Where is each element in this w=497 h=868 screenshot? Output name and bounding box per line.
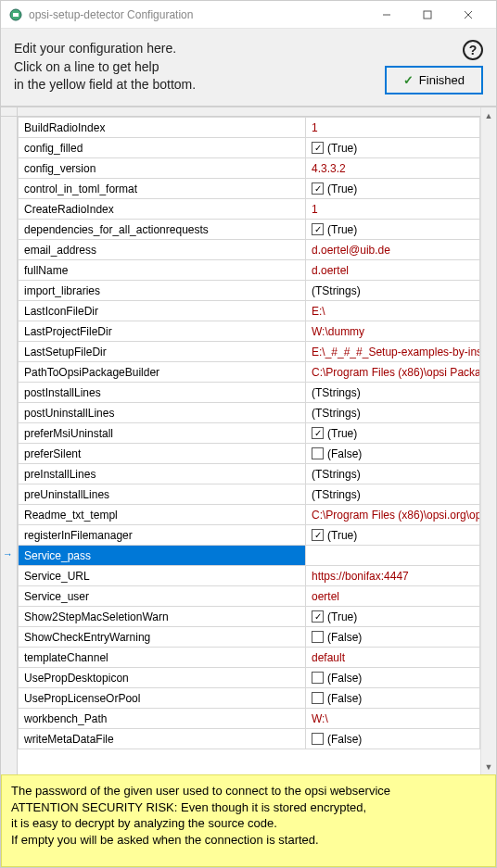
property-value[interactable]: ✓(True) <box>306 607 480 627</box>
property-value[interactable]: default <box>306 648 480 668</box>
property-key[interactable]: LastProjectFileDir <box>19 321 306 342</box>
property-key[interactable]: postUninstallLines <box>19 403 306 423</box>
property-value[interactable] <box>306 546 480 566</box>
table-row[interactable]: preUninstallLines(TStrings) <box>19 484 480 505</box>
table-row[interactable]: LastIconFileDirE:\ <box>19 301 480 321</box>
table-row[interactable]: postInstallLines(TStrings) <box>19 383 480 403</box>
table-row[interactable]: ShowCheckEntryWarning(False) <box>19 627 480 648</box>
property-key[interactable]: config_version <box>19 158 306 179</box>
table-row[interactable]: BuildRadioIndex1 <box>19 118 480 138</box>
property-key[interactable]: preferSilent <box>19 444 306 464</box>
property-value[interactable]: W:\ <box>306 709 480 729</box>
property-key[interactable]: UsePropDesktopicon <box>19 668 306 688</box>
property-key[interactable]: writeMetaDataFile <box>19 729 306 749</box>
checkbox-icon[interactable] <box>312 692 324 704</box>
table-row[interactable]: fullNamed.oertel <box>19 260 480 281</box>
table-row[interactable]: Show2StepMacSeletionWarn✓(True) <box>19 607 480 627</box>
table-row[interactable]: preInstallLines(TStrings) <box>19 464 480 484</box>
property-value[interactable]: ✓(True) <box>306 220 480 240</box>
property-grid[interactable]: BuildRadioIndex1config_filled✓(True)conf… <box>18 107 480 774</box>
checkbox-icon[interactable]: ✓ <box>312 427 324 439</box>
property-key[interactable]: ShowCheckEntryWarning <box>19 627 306 648</box>
close-button[interactable] <box>448 1 489 29</box>
property-value[interactable]: ✓(True) <box>306 138 480 158</box>
property-key[interactable]: preInstallLines <box>19 464 306 484</box>
table-row[interactable]: config_version4.3.3.2 <box>19 158 480 179</box>
scroll-down-icon[interactable]: ▼ <box>481 759 496 774</box>
table-row[interactable]: PathToOpsiPackageBuilderC:\Program Files… <box>19 362 480 383</box>
table-row[interactable]: import_libraries(TStrings) <box>19 281 480 301</box>
checkbox-icon[interactable]: ✓ <box>312 610 324 623</box>
property-value[interactable]: d.oertel <box>306 260 480 281</box>
table-row[interactable]: workbench_PathW:\ <box>19 709 480 729</box>
table-row[interactable]: postUninstallLines(TStrings) <box>19 403 480 423</box>
property-value[interactable]: E:\ <box>306 301 480 321</box>
property-value[interactable]: C:\Program Files (x86)\opsi.org\opsi-set <box>306 505 480 525</box>
property-key[interactable]: preferMsiUninstall <box>19 423 306 444</box>
table-row[interactable]: Service_URLhttps://bonifax:4447 <box>19 566 480 586</box>
property-value[interactable]: (False) <box>306 688 480 709</box>
checkbox-icon[interactable]: ✓ <box>312 182 324 195</box>
property-value[interactable]: (False) <box>306 627 480 648</box>
property-key[interactable]: fullName <box>19 260 306 281</box>
property-key[interactable]: postInstallLines <box>19 383 306 403</box>
property-value[interactable]: W:\dummy <box>306 321 480 342</box>
property-key[interactable]: Readme_txt_templ <box>19 505 306 525</box>
table-row[interactable]: CreateRadioIndex1 <box>19 199 480 220</box>
checkbox-icon[interactable]: ✓ <box>312 142 324 154</box>
property-value[interactable]: ✓(True) <box>306 423 480 444</box>
property-key[interactable]: Service_URL <box>19 566 306 586</box>
checkbox-icon[interactable] <box>312 631 324 643</box>
property-key[interactable]: preUninstallLines <box>19 484 306 505</box>
property-value[interactable]: ✓(True) <box>306 179 480 199</box>
property-value[interactable]: (TStrings) <box>306 484 480 505</box>
table-row[interactable]: UsePropDesktopicon(False) <box>19 668 480 688</box>
property-key[interactable]: UsePropLicenseOrPool <box>19 688 306 709</box>
table-row[interactable]: templateChanneldefault <box>19 648 480 668</box>
property-key[interactable]: control_in_toml_format <box>19 179 306 199</box>
table-row[interactable]: registerInFilemanager✓(True) <box>19 525 480 546</box>
property-key[interactable]: LastSetupFileDir <box>19 342 306 362</box>
checkbox-icon[interactable]: ✓ <box>312 223 324 235</box>
property-key[interactable]: PathToOpsiPackageBuilder <box>19 362 306 383</box>
property-value[interactable]: 4.3.3.2 <box>306 158 480 179</box>
property-value[interactable]: (TStrings) <box>306 281 480 301</box>
table-row[interactable]: LastProjectFileDirW:\dummy <box>19 321 480 342</box>
minimize-button[interactable] <box>366 1 407 29</box>
property-value[interactable]: 1 <box>306 199 480 220</box>
checkbox-icon[interactable]: ✓ <box>312 529 324 541</box>
property-key[interactable]: config_filled <box>19 138 306 158</box>
property-value[interactable]: oertel <box>306 586 480 607</box>
checkbox-icon[interactable] <box>312 672 324 684</box>
table-row[interactable]: dependencies_for_all_actionrequests✓(Tru… <box>19 220 480 240</box>
property-key[interactable]: Service_pass <box>19 546 306 566</box>
checkbox-icon[interactable] <box>312 447 324 459</box>
value-input[interactable] <box>306 547 479 565</box>
property-key[interactable]: workbench_Path <box>19 709 306 729</box>
table-row[interactable]: LastSetupFileDirE:\_#_#_#_Setup-examples… <box>19 342 480 362</box>
property-value[interactable]: (TStrings) <box>306 403 480 423</box>
property-value[interactable]: (False) <box>306 444 480 464</box>
property-value[interactable]: 1 <box>306 118 480 138</box>
property-value[interactable]: https://bonifax:4447 <box>306 566 480 586</box>
property-value[interactable]: ✓(True) <box>306 525 480 546</box>
finished-button[interactable]: ✓ Finished <box>385 66 483 94</box>
checkbox-icon[interactable] <box>312 733 324 745</box>
property-key[interactable]: Show2StepMacSeletionWarn <box>19 607 306 627</box>
property-value[interactable]: (False) <box>306 668 480 688</box>
table-row[interactable]: preferSilent(False) <box>19 444 480 464</box>
table-row[interactable]: Service_pass <box>19 546 480 566</box>
property-key[interactable]: LastIconFileDir <box>19 301 306 321</box>
property-value[interactable]: (TStrings) <box>306 383 480 403</box>
table-row[interactable]: writeMetaDataFile(False) <box>19 729 480 749</box>
property-key[interactable]: email_address <box>19 240 306 260</box>
table-row[interactable]: control_in_toml_format✓(True) <box>19 179 480 199</box>
table-row[interactable]: config_filled✓(True) <box>19 138 480 158</box>
property-key[interactable]: templateChannel <box>19 648 306 668</box>
table-row[interactable]: Service_useroertel <box>19 586 480 607</box>
property-key[interactable]: import_libraries <box>19 281 306 301</box>
maximize-button[interactable] <box>407 1 448 29</box>
help-icon[interactable]: ? <box>463 40 483 60</box>
property-key[interactable]: registerInFilemanager <box>19 525 306 546</box>
property-value[interactable]: C:\Program Files (x86)\opsi PackageBuil <box>306 362 480 383</box>
